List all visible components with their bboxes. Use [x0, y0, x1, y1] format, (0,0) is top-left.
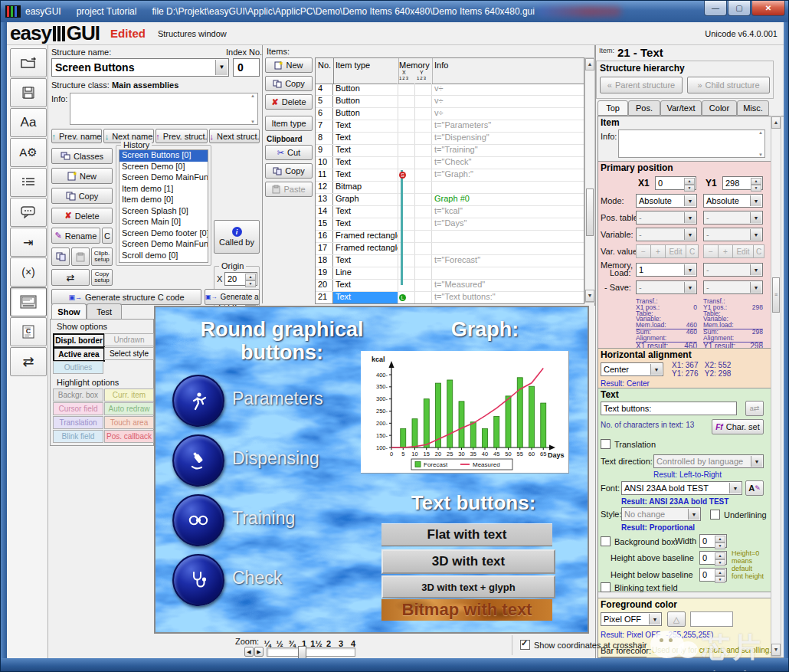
- color-triangle-button[interactable]: △: [667, 611, 686, 627]
- table-row[interactable]: 19Line: [316, 267, 584, 280]
- table-row[interactable]: 5Buttonv÷: [316, 96, 584, 108]
- clipb-setup-button[interactable]: Clipb. setup: [91, 247, 113, 266]
- cell-item-type[interactable]: Framed rectangle: [333, 243, 398, 254]
- table-row[interactable]: 16Framed rectangle: [316, 231, 584, 243]
- memory-save-y-select[interactable]: -: [703, 280, 763, 294]
- dropdown-icon[interactable]: [684, 229, 696, 240]
- show-coordinates-check-icon[interactable]: [520, 640, 530, 650]
- dropdown-icon[interactable]: [729, 483, 741, 493]
- table-row[interactable]: 8Textt="Dispensing": [316, 133, 584, 145]
- var-c-x-button[interactable]: C: [686, 244, 699, 258]
- text-direction-select[interactable]: Controlled by language: [653, 454, 764, 468]
- height-above-spinner[interactable]: 0: [699, 551, 727, 565]
- y1-spinner[interactable]: 298: [722, 176, 763, 190]
- spin-up-icon[interactable]: [715, 536, 725, 543]
- cell-item-type[interactable]: Button: [333, 84, 398, 95]
- table-row[interactable]: 14Textt="kcal": [316, 206, 584, 218]
- item-copy-button[interactable]: Copy: [265, 76, 313, 91]
- x1-spinner[interactable]: 0: [655, 176, 696, 190]
- cell-item-type[interactable]: Text: [333, 292, 398, 303]
- text-convert-button[interactable]: a⇄: [745, 401, 764, 416]
- undrawn-button[interactable]: Undrawn: [104, 333, 154, 346]
- mode-y-select[interactable]: Absolute: [703, 194, 763, 208]
- blinking-check-icon[interactable]: [601, 582, 611, 592]
- round-button-training[interactable]: [172, 494, 224, 546]
- round-button-check[interactable]: [172, 554, 224, 606]
- dropdown-icon[interactable]: [650, 364, 662, 375]
- dropdown-icon[interactable]: [750, 264, 761, 275]
- round-button-parameters[interactable]: [172, 375, 224, 427]
- history-item[interactable]: Screen Demo footer [0]: [119, 228, 208, 240]
- spin-down-icon[interactable]: [684, 185, 695, 192]
- table-row[interactable]: 13GraphGraph #0: [316, 194, 584, 206]
- spin-up-icon[interactable]: [751, 178, 761, 185]
- style-select[interactable]: No change: [621, 507, 701, 521]
- copy-setup-button[interactable]: Copy setup: [91, 269, 113, 286]
- blinking-checkbox[interactable]: Blinking text field: [601, 582, 678, 592]
- copy-structure-button[interactable]: Copy: [51, 188, 113, 204]
- pos-table-x-select[interactable]: -: [636, 211, 697, 225]
- cell-item-type[interactable]: Text: [333, 255, 398, 267]
- clipboard-copy-button[interactable]: [51, 247, 70, 266]
- tab-pos[interactable]: Pos.: [628, 100, 660, 116]
- generate-structure-code-button[interactable]: ▣→Generate structure C code: [51, 289, 201, 305]
- var-minus-y-button[interactable]: −: [703, 244, 719, 258]
- dropdown-icon[interactable]: [750, 282, 761, 293]
- underlining-check-icon[interactable]: [710, 510, 720, 520]
- scrollbar-thumb[interactable]: [586, 188, 594, 236]
- scroll-down-icon[interactable]: ▼: [585, 290, 594, 302]
- spin-down-icon[interactable]: [715, 576, 725, 583]
- var-edit-x-button[interactable]: Edit: [665, 244, 686, 258]
- cell-item-type[interactable]: Framed rectangle: [333, 231, 398, 242]
- close-button[interactable]: ✕: [751, 1, 785, 16]
- select-style-button[interactable]: Select style: [104, 347, 154, 360]
- memory-save-x-select[interactable]: -: [636, 280, 697, 294]
- save-icon[interactable]: [10, 78, 47, 107]
- dropdown-icon[interactable]: ▼: [215, 60, 228, 75]
- prev-struct-button[interactable]: ↑Prev. struct.: [156, 129, 208, 143]
- item-copy2-button[interactable]: Copy: [265, 163, 313, 179]
- background-box-check-icon[interactable]: [601, 536, 611, 546]
- cell-item-type[interactable]: Graph: [333, 194, 398, 205]
- tab-show[interactable]: Show: [51, 303, 87, 320]
- underlining-checkbox[interactable]: Underlining: [710, 510, 767, 520]
- table-row[interactable]: 9Textt="Training": [316, 145, 584, 157]
- index-no-value[interactable]: 0: [233, 58, 260, 77]
- zoom-right-button[interactable]: ▶: [254, 647, 264, 657]
- dropdown-icon[interactable]: [688, 509, 699, 520]
- highlight-backgr-box[interactable]: Backgr. box: [53, 388, 103, 402]
- table-row[interactable]: 18Textt="Forecast": [316, 255, 584, 267]
- item-panel-scrollbar[interactable]: ▲ ▼ ≡: [771, 116, 781, 657]
- dropdown-icon[interactable]: [684, 282, 696, 293]
- history-item[interactable]: Screen Demo MainFunc: [119, 172, 208, 184]
- tab-top[interactable]: Top: [597, 100, 628, 116]
- item-type-button[interactable]: Item type: [265, 116, 313, 131]
- spin-down-icon[interactable]: [715, 543, 725, 549]
- history-item[interactable]: Item demo [0]: [119, 195, 208, 206]
- item-new-button[interactable]: ★New: [265, 57, 313, 73]
- highlight-translation[interactable]: Translation: [53, 416, 103, 429]
- fonts-icon[interactable]: Aa: [10, 108, 47, 137]
- table-row[interactable]: 4Buttonv÷: [316, 84, 584, 96]
- c-small-button[interactable]: C: [102, 228, 113, 244]
- highlight-cursor-field[interactable]: Cursor field: [53, 402, 103, 415]
- font-edit-button[interactable]: A✎: [745, 480, 764, 496]
- cell-item-type[interactable]: Text: [333, 120, 398, 132]
- c-code-icon[interactable]: C: [10, 317, 47, 346]
- origin-x-spinner[interactable]: 20: [224, 272, 257, 286]
- cell-item-type[interactable]: Button: [333, 96, 398, 107]
- scroll-up-icon[interactable]: ▲: [757, 130, 764, 135]
- prev-name-button[interactable]: ↑Prev. name: [51, 129, 102, 143]
- outlines-button[interactable]: Outlines: [53, 361, 103, 374]
- table-row[interactable]: 17Framed rectangle: [316, 243, 584, 255]
- variable-y-select[interactable]: -: [703, 228, 763, 241]
- table-row[interactable]: 7Textt="Parameters": [316, 120, 584, 133]
- history-item[interactable]: Scroll demo [0]: [119, 251, 208, 262]
- text-button-2[interactable]: 3D with text: [381, 549, 555, 574]
- text-value-input[interactable]: Text buttons:: [601, 402, 737, 415]
- list-icon[interactable]: [10, 168, 47, 197]
- new-structure-button[interactable]: ★New: [51, 168, 113, 184]
- translation-checkbox[interactable]: Translation: [601, 439, 656, 449]
- var-plus-x-button[interactable]: +: [650, 244, 666, 258]
- clipboard-paste-button[interactable]: [71, 247, 90, 266]
